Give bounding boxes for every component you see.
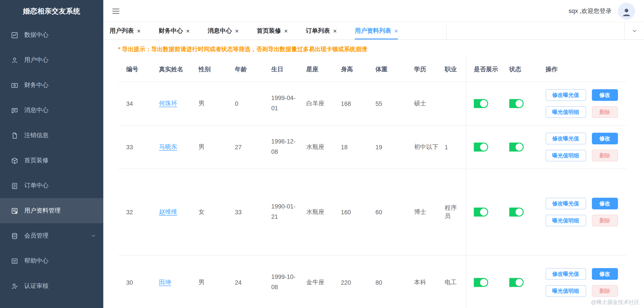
close-icon[interactable]: ×	[235, 28, 239, 34]
cell-education: 本科	[414, 278, 444, 287]
tabs-dropdown-button[interactable]	[624, 22, 644, 39]
cell-constellation: 白羊座	[306, 100, 341, 108]
sidebar-item-4[interactable]: 注销信息	[0, 123, 103, 148]
cell-birthday: 1999-04-01	[271, 93, 306, 114]
tabbar: 用户列表×财务中心×消息中心×首页装修×订单列表×用户资料列表×	[103, 22, 644, 40]
display-switch[interactable]	[474, 208, 488, 217]
col-header: 生日	[271, 65, 306, 73]
delete-button[interactable]: 删除	[592, 150, 618, 161]
sidebar-item-10[interactable]: 认证审核	[0, 274, 103, 299]
name-link[interactable]: 赵维维	[159, 208, 177, 216]
tab-label: 订单列表	[306, 27, 330, 35]
display-switch[interactable]	[474, 99, 488, 108]
cell-name: 田坤	[159, 278, 198, 287]
cell-id: 32	[126, 209, 159, 215]
user-profile-table: 编号真实姓名性别年龄生日星座身高体重学历职业是否展示状态操作 34 何珠环 男 …	[118, 57, 626, 308]
sidebar-item-5[interactable]: 首页装修	[0, 148, 103, 173]
name-link[interactable]: 何珠环	[159, 100, 177, 108]
delete-button[interactable]: 删除	[592, 285, 618, 297]
help-icon	[11, 257, 18, 265]
sidebar-item-label: 用户中心	[24, 56, 96, 64]
display-switch[interactable]	[474, 143, 488, 152]
profile-icon	[11, 207, 18, 214]
avatar[interactable]	[618, 2, 635, 19]
cell-gender: 男	[198, 143, 235, 151]
sidebar-item-9[interactable]: 帮助中心	[0, 248, 103, 274]
close-icon[interactable]: ×	[284, 28, 288, 34]
col-header: 身高	[341, 65, 376, 73]
tab-3[interactable]: 首页装修×	[257, 22, 288, 39]
edit-exposure-button[interactable]: 修改曝光值	[546, 89, 586, 101]
cell-height: 160	[341, 209, 376, 215]
edit-exposure-button[interactable]: 修改曝光值	[546, 133, 586, 144]
cell-constellation: 金牛座	[306, 278, 341, 287]
status-switch[interactable]	[509, 143, 524, 152]
sidebar-item-1[interactable]: 用户中心	[0, 47, 103, 73]
logout-doc-icon	[11, 132, 18, 139]
cell-age: 24	[235, 279, 271, 286]
tab-0[interactable]: 用户列表×	[110, 22, 140, 39]
close-icon[interactable]: ×	[333, 28, 337, 34]
exposure-detail-button[interactable]: 曝光值明细	[546, 106, 586, 118]
tab-2[interactable]: 消息中心×	[208, 22, 239, 39]
sidebar-item-label: 消息中心	[24, 106, 96, 114]
edit-button[interactable]: 修改	[592, 89, 618, 101]
cell-actions: 修改曝光值 修改 曝光值明细 删除	[546, 87, 626, 121]
edit-exposure-button[interactable]: 修改曝光值	[546, 268, 586, 280]
name-link[interactable]: 田坤	[159, 278, 171, 287]
status-switch[interactable]	[509, 208, 524, 217]
close-icon[interactable]: ×	[186, 28, 190, 34]
sidebar-item-2[interactable]: 财务中心	[0, 73, 103, 98]
delete-button[interactable]: 删除	[592, 106, 618, 118]
sidebar-item-6[interactable]: 订单中心	[0, 173, 103, 198]
exposure-detail-button[interactable]: 曝光值明细	[546, 285, 586, 297]
edit-button[interactable]: 修改	[592, 133, 618, 144]
cell-age: 33	[235, 209, 271, 215]
tab-5[interactable]: 用户资料列表×	[355, 22, 398, 39]
sidebar-item-label: 订单中心	[24, 181, 96, 190]
table-row: 33 马晓东 男 27 1996-12-08 水瓶座 18 19 初中以下 1 …	[118, 126, 626, 169]
cell-name: 何珠环	[159, 100, 198, 108]
sidebar-item-label: 首页装修	[24, 156, 96, 164]
welcome-text: sqx ,欢迎您登录	[568, 7, 612, 15]
exposure-detail-button[interactable]: 曝光值明细	[546, 150, 586, 161]
export-notice: * 导出提示：导出数据前请进行时间或者状态等筛选，否则导出数据量过多易出现卡顿或…	[118, 44, 644, 54]
edit-button[interactable]: 修改	[592, 268, 618, 280]
exposure-detail-button[interactable]: 曝光值明细	[546, 215, 586, 226]
tab-1[interactable]: 财务中心×	[158, 22, 190, 39]
edit-button[interactable]: 修改	[592, 198, 618, 209]
cell-gender: 男	[198, 100, 235, 108]
status-switch[interactable]	[509, 278, 524, 287]
sidebar-item-0[interactable]: 数据中心	[0, 22, 103, 47]
sidebar-item-label: 数据中心	[24, 31, 96, 39]
cell-education: 初中以下	[414, 143, 444, 151]
close-icon[interactable]: ×	[137, 28, 140, 34]
cell-weight: 19	[376, 144, 414, 151]
display-switch[interactable]	[474, 278, 488, 287]
hamburger-icon[interactable]	[112, 6, 120, 15]
content: * 导出提示：导出数据前请进行时间或者状态等筛选，否则导出数据量过多易出现卡顿或…	[103, 40, 644, 308]
cell-occupation: 1	[444, 144, 466, 151]
edit-exposure-button[interactable]: 修改曝光值	[546, 198, 586, 209]
cell-name: 赵维维	[159, 208, 198, 216]
message-icon	[11, 107, 18, 114]
tab-4[interactable]: 订单列表×	[306, 22, 337, 39]
sidebar-item-3[interactable]: 消息中心	[0, 98, 103, 123]
tab-label: 财务中心	[158, 27, 183, 35]
cell-weight: 80	[376, 279, 414, 286]
name-link[interactable]: 马晓东	[159, 143, 177, 151]
sidebar-item-7[interactable]: 用户资料管理	[0, 198, 103, 223]
cell-birthday: 1996-12-08	[271, 137, 306, 157]
col-header: 年龄	[235, 65, 271, 73]
watermark: @稀土掘金技术社区	[591, 299, 640, 306]
order-icon	[11, 182, 18, 189]
sidebar-item-8[interactable]: 会员管理	[0, 223, 103, 248]
cell-actions: 修改曝光值 修改 曝光值明细 删除	[546, 265, 626, 300]
cell-height: 168	[341, 100, 376, 107]
status-switch[interactable]	[509, 99, 524, 108]
cell-id: 34	[126, 100, 159, 107]
close-icon[interactable]: ×	[394, 28, 398, 34]
cell-id: 33	[126, 144, 159, 151]
table-row: 30 田坤 男 24 1999-10-08 金牛座 220 80 本科 电工 修…	[118, 256, 626, 308]
delete-button[interactable]: 删除	[592, 215, 618, 226]
